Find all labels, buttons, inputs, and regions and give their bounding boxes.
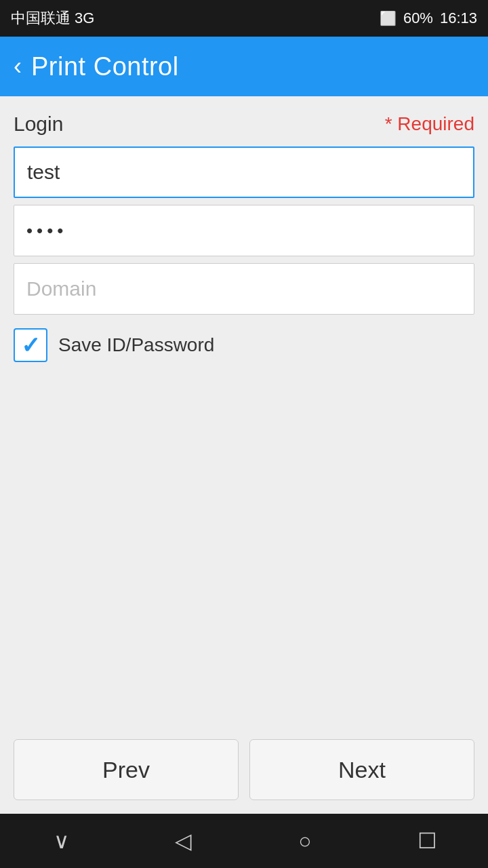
nav-bar: ∨ ◁ ○ ☐ xyxy=(0,814,488,868)
main-content: Login * Required Save ID/Password xyxy=(0,96,488,728)
bottom-buttons: Prev Next xyxy=(0,728,488,814)
login-input[interactable] xyxy=(14,146,474,198)
battery-text: 60% xyxy=(403,9,433,27)
clock-text: 16:13 xyxy=(440,9,477,27)
app-title: Print Control xyxy=(31,52,179,81)
domain-input[interactable] xyxy=(14,263,474,315)
save-id-password-checkbox[interactable] xyxy=(14,328,47,362)
status-left: 中国联通 3G xyxy=(11,8,94,28)
app-bar: ‹ Print Control xyxy=(0,37,488,96)
form-header: Login * Required xyxy=(14,113,474,136)
status-bar: 中国联通 3G ⬜ 60% 16:13 xyxy=(0,0,488,37)
login-label: Login xyxy=(14,113,63,136)
save-label[interactable]: Save ID/Password xyxy=(58,334,214,356)
nav-back-icon[interactable]: ◁ xyxy=(163,821,203,861)
nav-down-icon[interactable]: ∨ xyxy=(41,821,81,861)
carrier-text: 中国联通 3G xyxy=(11,8,94,28)
prev-button[interactable]: Prev xyxy=(14,739,239,800)
nav-recent-icon[interactable]: ☐ xyxy=(407,821,447,861)
password-input[interactable] xyxy=(14,205,474,256)
nav-home-icon[interactable]: ○ xyxy=(285,821,325,861)
required-label: * Required xyxy=(385,113,474,135)
checkbox-row: Save ID/Password xyxy=(14,328,474,362)
next-button[interactable]: Next xyxy=(249,739,474,800)
back-icon[interactable]: ‹ xyxy=(14,52,22,81)
battery-icon: ⬜ xyxy=(380,10,396,26)
status-right: ⬜ 60% 16:13 xyxy=(380,9,477,27)
form-area: Login * Required Save ID/Password xyxy=(0,96,488,728)
